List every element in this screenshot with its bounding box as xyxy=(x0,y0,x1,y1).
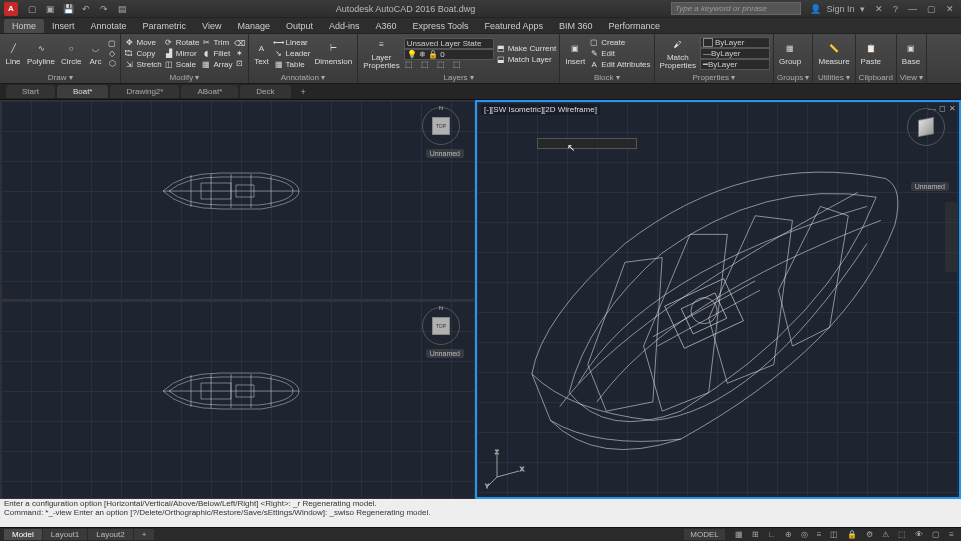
extra-draw-2[interactable]: ◇ xyxy=(107,49,117,59)
paste-button[interactable]: 📋Paste xyxy=(859,40,883,67)
dimension-button[interactable]: ⊢Dimension xyxy=(312,40,354,67)
app-icon[interactable]: A xyxy=(4,2,18,16)
filetab-3[interactable]: Drawing2* xyxy=(110,85,179,98)
panel-title-layers[interactable]: Layers ▾ xyxy=(361,72,556,82)
annotation-scale-icon[interactable]: 🔒 xyxy=(844,530,860,539)
offset-button[interactable]: ⊡ xyxy=(235,59,245,69)
tab-a360[interactable]: A360 xyxy=(368,19,405,33)
view-title-right[interactable]: [-][SW Isometric][2D Wireframe] xyxy=(481,104,600,115)
line-button[interactable]: ╱Line xyxy=(3,40,23,67)
tab-annotate[interactable]: Annotate xyxy=(83,19,135,33)
edit-block-button[interactable]: ✎Edit xyxy=(589,48,650,59)
create-block-button[interactable]: ▢Create xyxy=(589,37,650,48)
annotation-monitor-icon[interactable]: ⚠ xyxy=(879,530,892,539)
tab-featured[interactable]: Featured Apps xyxy=(476,19,551,33)
lineweight-dropdown[interactable]: ━ ByLayer xyxy=(700,59,770,70)
navigation-bar[interactable] xyxy=(945,202,957,272)
stretch-button[interactable]: ⇲Stretch xyxy=(124,59,161,70)
trim-button[interactable]: ✂Trim xyxy=(201,37,232,48)
erase-button[interactable]: ⌫ xyxy=(235,39,245,49)
layer-tool-4[interactable]: ⬚ xyxy=(452,60,462,70)
lineweight-toggle-icon[interactable]: ≡ xyxy=(814,530,825,539)
tab-manage[interactable]: Manage xyxy=(229,19,278,33)
panel-title-modify[interactable]: Modify ▾ xyxy=(124,72,244,82)
layer-properties-button[interactable]: ≡Layer Properties xyxy=(361,36,401,71)
make-current-button[interactable]: ⬒Make Current xyxy=(496,43,556,54)
open-icon[interactable]: ▣ xyxy=(44,3,56,15)
viewport-close-icon[interactable]: ✕ xyxy=(949,104,956,113)
help-icon[interactable]: ? xyxy=(890,4,901,14)
filetab-boat[interactable]: Boat* xyxy=(57,85,109,98)
array-button[interactable]: ▦Array xyxy=(201,59,232,70)
panel-title-draw[interactable]: Draw ▾ xyxy=(3,72,117,82)
base-view-button[interactable]: ▣Base xyxy=(900,40,922,67)
panel-title-groups[interactable]: Groups ▾ xyxy=(777,72,809,82)
status-model-button[interactable]: MODEL xyxy=(684,529,724,540)
scale-button[interactable]: ◫Scale xyxy=(164,59,200,70)
hardware-accel-icon[interactable]: ⬚ xyxy=(895,530,909,539)
viewport-right-active[interactable]: [-][SW Isometric][2D Wireframe] — ◻ ✕ ↖ xyxy=(475,100,961,499)
panel-title-view[interactable]: View ▾ xyxy=(900,72,923,82)
viewcube-tl[interactable]: NTOP xyxy=(422,107,460,145)
viewcube-right[interactable] xyxy=(907,108,945,146)
clean-screen-icon[interactable]: ▢ xyxy=(929,530,943,539)
isolate-icon[interactable]: 👁 xyxy=(912,530,926,539)
ortho-toggle-icon[interactable]: ∟ xyxy=(765,530,779,539)
text-button[interactable]: AText xyxy=(252,40,272,67)
layer-state-dropdown[interactable]: Unsaved Layer State xyxy=(404,38,494,49)
extra-draw-1[interactable]: ▢ xyxy=(107,39,117,49)
tab-bim360[interactable]: BIM 360 xyxy=(551,19,601,33)
rotate-button[interactable]: ⟳Rotate xyxy=(164,37,200,48)
undo-icon[interactable]: ↶ xyxy=(80,3,92,15)
grid-toggle-icon[interactable]: ▦ xyxy=(732,530,746,539)
transparency-toggle-icon[interactable]: ◫ xyxy=(827,530,841,539)
layout-tab-2[interactable]: Layout2 xyxy=(88,529,132,540)
layout-tab-1[interactable]: Layout1 xyxy=(43,529,87,540)
close-button[interactable]: ✕ xyxy=(943,4,957,14)
minimize-button[interactable]: — xyxy=(905,4,920,14)
tab-parametric[interactable]: Parametric xyxy=(135,19,195,33)
layout-tab-model[interactable]: Model xyxy=(4,529,42,540)
customize-icon[interactable]: ≡ xyxy=(946,530,957,539)
exchange-icon[interactable]: ✕ xyxy=(872,4,886,14)
explode-button[interactable]: ✶ xyxy=(235,49,245,59)
filetab-4[interactable]: ABoat* xyxy=(181,85,238,98)
tab-express[interactable]: Express Tools xyxy=(405,19,477,33)
panel-title-properties[interactable]: Properties ▾ xyxy=(658,72,770,82)
table-button[interactable]: ▦Table xyxy=(274,59,311,70)
panel-title-utilities[interactable]: Utilities ▾ xyxy=(816,72,851,82)
arc-button[interactable]: ◡Arc xyxy=(85,40,105,67)
move-button[interactable]: ✥Move xyxy=(124,37,161,48)
maximize-button[interactable]: ▢ xyxy=(924,4,939,14)
redo-icon[interactable]: ↷ xyxy=(98,3,110,15)
command-history[interactable]: Enter a configuration option [Horizontal… xyxy=(0,499,961,527)
tab-performance[interactable]: Performance xyxy=(600,19,668,33)
signin-button[interactable]: 👤 Sign In ▾ xyxy=(807,4,868,14)
ucs-icon[interactable]: Z X Y xyxy=(485,449,525,491)
panel-title-annotation[interactable]: Annotation ▾ xyxy=(252,72,355,82)
tab-output[interactable]: Output xyxy=(278,19,321,33)
new-tab-button[interactable]: + xyxy=(293,85,314,99)
filetab-start[interactable]: Start xyxy=(6,85,55,98)
snap-toggle-icon[interactable]: ⊞ xyxy=(749,530,762,539)
linetype-dropdown[interactable]: — ByLayer xyxy=(700,48,770,59)
panel-title-block[interactable]: Block ▾ xyxy=(563,72,650,82)
tab-insert[interactable]: Insert xyxy=(44,19,83,33)
viewport-top-left[interactable]: NTOP Unnamed xyxy=(0,100,475,300)
viewcube-bl[interactable]: NTOP xyxy=(422,307,460,345)
viewport-bottom-left[interactable]: NTOP Unnamed xyxy=(0,300,475,500)
tab-addins[interactable]: Add-ins xyxy=(321,19,368,33)
copy-button[interactable]: ⿻Copy xyxy=(124,48,161,59)
workspace-icon[interactable]: ⚙ xyxy=(863,530,876,539)
mirror-button[interactable]: ▟Mirror xyxy=(164,48,200,59)
linear-button[interactable]: ⟷Linear xyxy=(274,37,311,48)
help-search-input[interactable]: Type a keyword or phrase xyxy=(671,2,801,15)
layer-tool-2[interactable]: ⬚ xyxy=(420,60,430,70)
polar-toggle-icon[interactable]: ⊕ xyxy=(782,530,795,539)
polyline-button[interactable]: ∿Polyline xyxy=(25,40,57,67)
fillet-button[interactable]: ◖Fillet xyxy=(201,48,232,59)
extra-draw-3[interactable]: ⬡ xyxy=(107,59,117,69)
group-button[interactable]: ▦Group xyxy=(777,40,803,67)
edit-attr-button[interactable]: AEdit Attributes xyxy=(589,59,650,70)
save-icon[interactable]: 💾 xyxy=(62,3,74,15)
